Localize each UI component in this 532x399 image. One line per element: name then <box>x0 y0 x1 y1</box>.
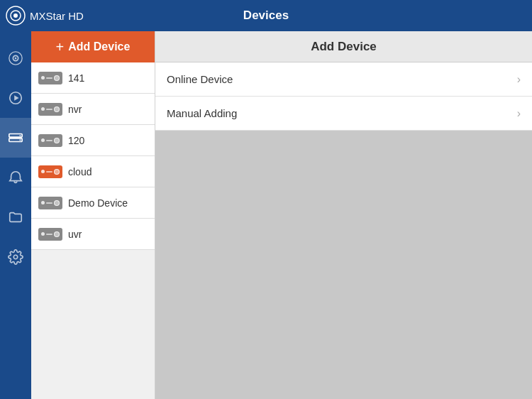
sidenav-item-alerts[interactable] <box>0 158 31 197</box>
device-item-nvr[interactable]: nvr <box>31 94 155 125</box>
content-row-online-device[interactable]: Online Device › <box>155 62 532 97</box>
dvr-icon-120 <box>38 134 62 147</box>
topbar: MXStar HD Devices <box>0 0 532 31</box>
svg-point-2 <box>13 13 18 18</box>
device-name-uvr: uvr <box>68 229 82 240</box>
app-name: MXStar HD <box>30 10 84 22</box>
sidenav-item-playback[interactable] <box>0 78 31 118</box>
dvr-icon-nvr <box>38 103 62 116</box>
dvr-icon-141 <box>38 72 62 84</box>
sidenav-item-files[interactable] <box>0 197 31 237</box>
sidenav <box>0 31 31 399</box>
dvr-icon-cloud <box>38 165 62 178</box>
device-item-demo[interactable]: Demo Device <box>31 187 155 219</box>
content-body <box>155 131 532 399</box>
content-list: Online Device › Manual Adding › <box>155 62 532 131</box>
device-item-cloud[interactable]: cloud <box>31 156 155 187</box>
chevron-right-icon-online: › <box>517 73 521 86</box>
main-area: + Add Device 141 nvr <box>0 31 532 399</box>
content-panel: Add Device Online Device › Manual Adding… <box>155 31 532 399</box>
dvr-icon-demo <box>38 197 62 209</box>
device-item-141[interactable]: 141 <box>31 62 155 94</box>
online-device-label: Online Device <box>167 73 233 85</box>
svg-point-4 <box>15 58 17 60</box>
dvr-icon-uvr <box>38 228 62 241</box>
device-item-120[interactable]: 120 <box>31 125 155 156</box>
device-name-demo: Demo Device <box>68 197 128 209</box>
svg-marker-6 <box>14 95 18 100</box>
svg-point-10 <box>20 139 21 141</box>
manual-adding-label: Manual Adding <box>167 107 237 119</box>
sidenav-item-settings[interactable] <box>0 237 31 277</box>
device-item-uvr[interactable]: uvr <box>31 219 155 250</box>
app-title-area: MXStar HD <box>0 6 84 26</box>
device-name-120: 120 <box>68 135 84 146</box>
content-row-manual-adding[interactable]: Manual Adding › <box>155 97 532 131</box>
device-list-panel: + Add Device 141 nvr <box>31 31 155 399</box>
chevron-right-icon-manual: › <box>517 107 521 120</box>
content-header: Add Device <box>155 31 532 62</box>
device-name-nvr: nvr <box>68 104 82 115</box>
sidenav-item-camera[interactable] <box>0 38 31 78</box>
content-header-title: Add Device <box>311 40 377 54</box>
page-title: Devices <box>243 9 289 23</box>
add-device-label: Add Device <box>68 40 130 53</box>
svg-point-9 <box>20 135 21 136</box>
app-logo-icon <box>6 6 26 26</box>
add-device-button[interactable]: + Add Device <box>31 31 155 62</box>
svg-point-11 <box>13 255 18 259</box>
device-name-cloud: cloud <box>68 166 92 177</box>
sidenav-item-devices[interactable] <box>0 118 31 158</box>
device-name-141: 141 <box>68 72 84 84</box>
plus-icon: + <box>56 40 65 54</box>
